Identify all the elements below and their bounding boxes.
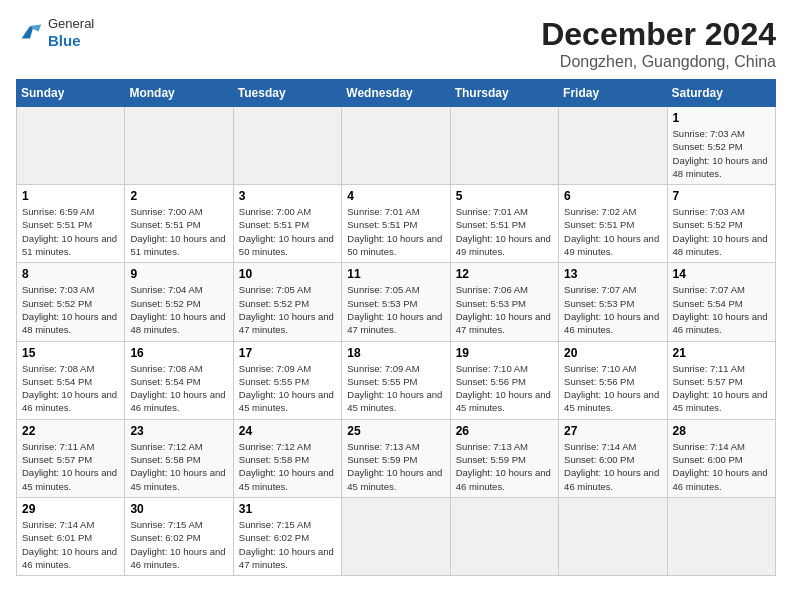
day-number: 16 [130, 346, 227, 360]
day-info: Sunrise: 7:13 AMSunset: 5:59 PMDaylight:… [456, 440, 553, 493]
calendar-cell: 7Sunrise: 7:03 AMSunset: 5:52 PMDaylight… [667, 185, 775, 263]
calendar-cell: 1Sunrise: 7:03 AMSunset: 5:52 PMDaylight… [667, 107, 775, 185]
day-info: Sunrise: 7:11 AMSunset: 5:57 PMDaylight:… [673, 362, 770, 415]
day-number: 29 [22, 502, 119, 516]
day-number: 26 [456, 424, 553, 438]
weekday-header: Tuesday [233, 80, 341, 107]
weekday-header: Sunday [17, 80, 125, 107]
calendar-cell [125, 107, 233, 185]
day-number: 4 [347, 189, 444, 203]
day-info: Sunrise: 7:12 AMSunset: 5:58 PMDaylight:… [130, 440, 227, 493]
day-info: Sunrise: 7:06 AMSunset: 5:53 PMDaylight:… [456, 283, 553, 336]
day-info: Sunrise: 7:14 AMSunset: 6:00 PMDaylight:… [673, 440, 770, 493]
day-info: Sunrise: 7:09 AMSunset: 5:55 PMDaylight:… [347, 362, 444, 415]
calendar-cell: 3Sunrise: 7:00 AMSunset: 5:51 PMDaylight… [233, 185, 341, 263]
weekday-header: Saturday [667, 80, 775, 107]
day-info: Sunrise: 7:14 AMSunset: 6:00 PMDaylight:… [564, 440, 661, 493]
calendar-cell [342, 107, 450, 185]
day-info: Sunrise: 7:03 AMSunset: 5:52 PMDaylight:… [22, 283, 119, 336]
calendar-cell: 29Sunrise: 7:14 AMSunset: 6:01 PMDayligh… [17, 497, 125, 575]
logo-icon [16, 19, 44, 47]
day-number: 17 [239, 346, 336, 360]
weekday-header: Thursday [450, 80, 558, 107]
calendar-week-row: 8Sunrise: 7:03 AMSunset: 5:52 PMDaylight… [17, 263, 776, 341]
day-number: 30 [130, 502, 227, 516]
calendar-cell: 16Sunrise: 7:08 AMSunset: 5:54 PMDayligh… [125, 341, 233, 419]
calendar-cell: 5Sunrise: 7:01 AMSunset: 5:51 PMDaylight… [450, 185, 558, 263]
calendar-cell [342, 497, 450, 575]
day-number: 22 [22, 424, 119, 438]
calendar-cell: 31Sunrise: 7:15 AMSunset: 6:02 PMDayligh… [233, 497, 341, 575]
day-number: 27 [564, 424, 661, 438]
day-number: 20 [564, 346, 661, 360]
day-info: Sunrise: 7:00 AMSunset: 5:51 PMDaylight:… [239, 205, 336, 258]
month-title: December 2024 [541, 16, 776, 53]
weekday-header: Monday [125, 80, 233, 107]
calendar-cell: 24Sunrise: 7:12 AMSunset: 5:58 PMDayligh… [233, 419, 341, 497]
title-block: December 2024 Dongzhen, Guangdong, China [541, 16, 776, 71]
calendar-cell [667, 497, 775, 575]
calendar-cell: 21Sunrise: 7:11 AMSunset: 5:57 PMDayligh… [667, 341, 775, 419]
calendar-cell: 6Sunrise: 7:02 AMSunset: 5:51 PMDaylight… [559, 185, 667, 263]
day-number: 18 [347, 346, 444, 360]
day-number: 5 [456, 189, 553, 203]
day-number: 31 [239, 502, 336, 516]
day-info: Sunrise: 7:00 AMSunset: 5:51 PMDaylight:… [130, 205, 227, 258]
day-info: Sunrise: 7:10 AMSunset: 5:56 PMDaylight:… [564, 362, 661, 415]
day-info: Sunrise: 7:09 AMSunset: 5:55 PMDaylight:… [239, 362, 336, 415]
calendar-week-row: 1Sunrise: 7:03 AMSunset: 5:52 PMDaylight… [17, 107, 776, 185]
logo: General Blue [16, 16, 94, 50]
weekday-header: Wednesday [342, 80, 450, 107]
day-number: 8 [22, 267, 119, 281]
day-info: Sunrise: 7:11 AMSunset: 5:57 PMDaylight:… [22, 440, 119, 493]
day-number: 28 [673, 424, 770, 438]
day-info: Sunrise: 7:15 AMSunset: 6:02 PMDaylight:… [130, 518, 227, 571]
day-number: 25 [347, 424, 444, 438]
calendar-cell: 9Sunrise: 7:04 AMSunset: 5:52 PMDaylight… [125, 263, 233, 341]
day-info: Sunrise: 7:07 AMSunset: 5:53 PMDaylight:… [564, 283, 661, 336]
day-info: Sunrise: 7:14 AMSunset: 6:01 PMDaylight:… [22, 518, 119, 571]
calendar-cell: 22Sunrise: 7:11 AMSunset: 5:57 PMDayligh… [17, 419, 125, 497]
day-number: 21 [673, 346, 770, 360]
calendar-cell: 14Sunrise: 7:07 AMSunset: 5:54 PMDayligh… [667, 263, 775, 341]
calendar-cell [450, 497, 558, 575]
calendar-cell: 20Sunrise: 7:10 AMSunset: 5:56 PMDayligh… [559, 341, 667, 419]
day-number: 23 [130, 424, 227, 438]
weekday-header-row: SundayMondayTuesdayWednesdayThursdayFrid… [17, 80, 776, 107]
day-number: 12 [456, 267, 553, 281]
day-number: 14 [673, 267, 770, 281]
calendar-cell: 18Sunrise: 7:09 AMSunset: 5:55 PMDayligh… [342, 341, 450, 419]
day-number: 15 [22, 346, 119, 360]
day-info: Sunrise: 7:12 AMSunset: 5:58 PMDaylight:… [239, 440, 336, 493]
calendar-cell: 10Sunrise: 7:05 AMSunset: 5:52 PMDayligh… [233, 263, 341, 341]
calendar-table: SundayMondayTuesdayWednesdayThursdayFrid… [16, 79, 776, 576]
calendar-week-row: 22Sunrise: 7:11 AMSunset: 5:57 PMDayligh… [17, 419, 776, 497]
calendar-cell: 1Sunrise: 6:59 AMSunset: 5:51 PMDaylight… [17, 185, 125, 263]
day-info: Sunrise: 7:08 AMSunset: 5:54 PMDaylight:… [130, 362, 227, 415]
logo-general: General [48, 16, 94, 32]
day-info: Sunrise: 7:05 AMSunset: 5:52 PMDaylight:… [239, 283, 336, 336]
day-info: Sunrise: 6:59 AMSunset: 5:51 PMDaylight:… [22, 205, 119, 258]
day-info: Sunrise: 7:01 AMSunset: 5:51 PMDaylight:… [347, 205, 444, 258]
day-info: Sunrise: 7:13 AMSunset: 5:59 PMDaylight:… [347, 440, 444, 493]
calendar-cell: 17Sunrise: 7:09 AMSunset: 5:55 PMDayligh… [233, 341, 341, 419]
calendar-cell [17, 107, 125, 185]
day-info: Sunrise: 7:01 AMSunset: 5:51 PMDaylight:… [456, 205, 553, 258]
day-number: 9 [130, 267, 227, 281]
day-info: Sunrise: 7:07 AMSunset: 5:54 PMDaylight:… [673, 283, 770, 336]
calendar-cell: 30Sunrise: 7:15 AMSunset: 6:02 PMDayligh… [125, 497, 233, 575]
calendar-cell [233, 107, 341, 185]
calendar-cell: 25Sunrise: 7:13 AMSunset: 5:59 PMDayligh… [342, 419, 450, 497]
calendar-week-row: 29Sunrise: 7:14 AMSunset: 6:01 PMDayligh… [17, 497, 776, 575]
day-info: Sunrise: 7:04 AMSunset: 5:52 PMDaylight:… [130, 283, 227, 336]
calendar-cell: 28Sunrise: 7:14 AMSunset: 6:00 PMDayligh… [667, 419, 775, 497]
calendar-cell: 12Sunrise: 7:06 AMSunset: 5:53 PMDayligh… [450, 263, 558, 341]
day-number: 1 [22, 189, 119, 203]
calendar-cell: 15Sunrise: 7:08 AMSunset: 5:54 PMDayligh… [17, 341, 125, 419]
calendar-cell: 4Sunrise: 7:01 AMSunset: 5:51 PMDaylight… [342, 185, 450, 263]
day-info: Sunrise: 7:08 AMSunset: 5:54 PMDaylight:… [22, 362, 119, 415]
page-header: General Blue December 2024 Dongzhen, Gua… [16, 16, 776, 71]
day-info: Sunrise: 7:03 AMSunset: 5:52 PMDaylight:… [673, 205, 770, 258]
day-number: 6 [564, 189, 661, 203]
day-info: Sunrise: 7:03 AMSunset: 5:52 PMDaylight:… [673, 127, 770, 180]
